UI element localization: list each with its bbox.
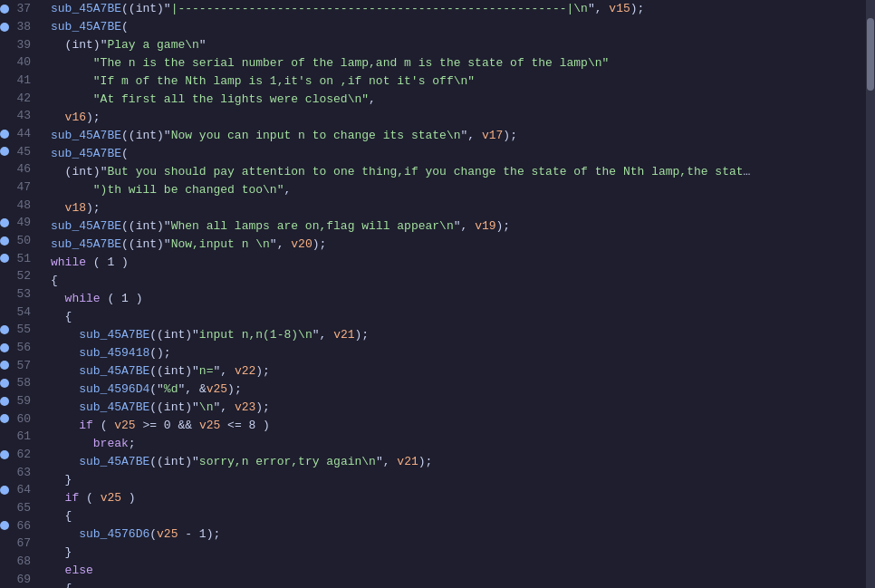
line-number: 57 — [11, 359, 36, 372]
gutter-row: 67 — [0, 535, 43, 553]
gutter-row: 56 — [0, 339, 43, 357]
line-gutter: 3738394041424344454647484950515253545556… — [0, 0, 47, 588]
line-number: 52 — [11, 269, 36, 283]
breakpoint-dot[interactable] — [0, 343, 9, 352]
line-number: 65 — [11, 501, 36, 515]
scrollbar[interactable] — [866, 0, 875, 588]
breakpoint-dot[interactable] — [0, 379, 9, 388]
line-number: 56 — [11, 341, 36, 354]
gutter-row: 45 — [0, 142, 43, 160]
line-number: 60 — [11, 412, 36, 426]
gutter-row: 39 — [0, 35, 43, 53]
line-number: 59 — [11, 394, 36, 408]
code-line: ")th will be changed too\n", — [51, 181, 866, 199]
gutter-row: 61 — [0, 428, 43, 446]
breakpoint-dot[interactable] — [0, 130, 9, 139]
line-number: 42 — [11, 92, 36, 105]
line-number: 37 — [11, 2, 36, 15]
breakpoint-dot[interactable] — [0, 218, 9, 227]
code-line: { — [51, 580, 866, 588]
breakpoint-dot[interactable] — [0, 486, 9, 495]
code-line: sub_45A7BE((int)"\n", v23); — [51, 399, 866, 417]
code-line: } — [51, 471, 866, 489]
no-dot — [0, 111, 9, 120]
gutter-row: 42 — [0, 89, 43, 107]
line-number: 64 — [11, 483, 36, 496]
line-number: 40 — [11, 55, 36, 69]
code-line: "The n is the serial number of the lamp,… — [51, 54, 866, 72]
scrollbar-thumb[interactable] — [867, 18, 874, 91]
gutter-row: 55 — [0, 321, 43, 339]
line-number: 69 — [11, 573, 36, 586]
line-number: 53 — [11, 287, 36, 301]
code-line: "If m of the Nth lamp is 1,it's on ,if n… — [51, 72, 866, 91]
breakpoint-dot[interactable] — [0, 325, 9, 334]
line-number: 63 — [11, 466, 36, 479]
no-dot — [0, 290, 9, 299]
line-number: 44 — [11, 127, 36, 140]
no-dot — [0, 58, 9, 67]
no-dot — [0, 183, 9, 192]
code-line: break; — [51, 435, 866, 453]
line-number: 55 — [11, 323, 36, 336]
line-number: 38 — [11, 20, 36, 34]
line-number: 66 — [11, 519, 36, 533]
line-number: 45 — [11, 145, 36, 159]
gutter-row: 52 — [0, 267, 43, 285]
no-dot — [0, 93, 9, 102]
code-line: v18); — [51, 199, 866, 217]
breakpoint-dot[interactable] — [0, 147, 9, 156]
breakpoint-dot[interactable] — [0, 236, 9, 246]
code-line: while ( 1 ) — [51, 254, 866, 272]
breakpoint-dot[interactable] — [0, 361, 9, 370]
breakpoint-dot[interactable] — [0, 414, 9, 423]
code-line: "At first all the lights were closed\n", — [51, 91, 866, 109]
breakpoint-dot[interactable] — [0, 521, 9, 530]
breakpoint-dot[interactable] — [0, 5, 9, 14]
line-number: 68 — [11, 554, 36, 568]
breakpoint-dot[interactable] — [0, 450, 9, 459]
gutter-row: 41 — [0, 72, 43, 90]
line-number: 54 — [11, 305, 36, 319]
gutter-row: 64 — [0, 481, 43, 499]
line-number: 61 — [11, 429, 36, 443]
code-line: v16); — [51, 109, 866, 127]
gutter-row: 54 — [0, 303, 43, 321]
gutter-row: 53 — [0, 285, 43, 304]
gutter-row: 46 — [0, 160, 43, 178]
breakpoint-dot[interactable] — [0, 397, 9, 406]
code-line: { — [51, 308, 866, 326]
code-line: sub_45A7BE( — [51, 18, 866, 36]
code-line: (int)"But you should pay attention to on… — [51, 163, 866, 181]
code-line: sub_45A7BE((int)"n=", v22); — [51, 362, 866, 381]
gutter-row: 44 — [0, 125, 43, 143]
code-line: sub_45A7BE((int)"Now you can input n to … — [51, 127, 866, 145]
code-line: else — [51, 562, 866, 580]
gutter-row: 68 — [0, 553, 43, 571]
code-line: sub_45A7BE((int)"input n,n(1-8)\n", v21)… — [51, 326, 866, 344]
code-line: { — [51, 507, 866, 525]
code-line: } — [51, 544, 866, 562]
gutter-row: 40 — [0, 53, 43, 72]
line-number: 49 — [11, 216, 36, 229]
breakpoint-dot[interactable] — [0, 254, 9, 263]
gutter-row: 60 — [0, 410, 43, 428]
no-dot — [0, 200, 9, 209]
breakpoint-dot[interactable] — [0, 23, 9, 32]
code-line: if ( v25 ) — [51, 489, 866, 507]
code-line: { — [51, 272, 866, 290]
no-dot — [0, 272, 9, 281]
no-dot — [0, 40, 9, 49]
code-line: sub_45A7BE( — [51, 145, 866, 163]
line-number: 39 — [11, 38, 36, 52]
line-number: 50 — [11, 234, 36, 247]
line-number: 41 — [11, 73, 36, 87]
line-number: 46 — [11, 162, 36, 176]
gutter-row: 58 — [0, 374, 43, 392]
code-line: while ( 1 ) — [51, 290, 866, 308]
line-number: 58 — [11, 376, 36, 390]
gutter-row: 48 — [0, 196, 43, 214]
code-line: sub_45A7BE((int)"When all lamps are on,f… — [51, 217, 866, 236]
gutter-row: 65 — [0, 499, 43, 517]
line-number: 51 — [11, 252, 36, 265]
